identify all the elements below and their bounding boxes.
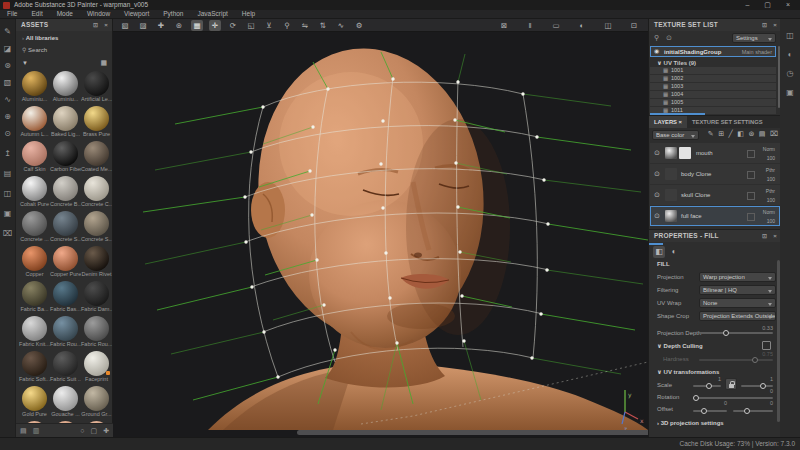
- popout-panel-icon[interactable]: ⊡: [93, 19, 98, 31]
- tab-texture-set-settings[interactable]: TEXTURE SET SETTINGS: [687, 116, 768, 128]
- mirror-tool-icon[interactable]: ⇋: [299, 20, 311, 31]
- layer-thumbnail[interactable]: [665, 210, 677, 222]
- eye-icon[interactable]: ⊙: [666, 34, 672, 42]
- menu-item[interactable]: File: [0, 10, 24, 18]
- layer-thumbnail[interactable]: [665, 189, 677, 201]
- close-tab-icon[interactable]: ×: [679, 119, 682, 125]
- shelf-list-icon[interactable]: ▥: [33, 427, 40, 435]
- tsl-settings-dropdown[interactable]: Settings: [732, 33, 776, 43]
- uv-transform-tool-icon[interactable]: ▨: [137, 20, 149, 31]
- blend-mode-dropdown[interactable]: Norm: [758, 209, 775, 215]
- hardness-slider[interactable]: [699, 356, 773, 363]
- clone-tool-icon[interactable]: ⊕: [2, 111, 14, 123]
- viewport-disable-icon[interactable]: ⊠: [498, 20, 510, 31]
- add-stamp-icon[interactable]: ⊞: [718, 130, 724, 138]
- log-icon[interactable]: ⌧: [2, 228, 14, 240]
- viewport-3d[interactable]: ▧▨✚⊛▦✛⟳◱⊻⚲⇋⇅∿⚙ ⊠‖▭◐◫⊡ Material: [113, 19, 648, 437]
- uv-tile-row[interactable]: ▦ 1001: [650, 67, 776, 74]
- material-thumbnail[interactable]: Aluminiu...: [50, 71, 81, 104]
- tab-layers[interactable]: LAYERS ×: [649, 116, 687, 128]
- tab-shader-properties[interactable]: ◐: [668, 246, 680, 258]
- visibility-eye-icon[interactable]: ⊙: [654, 191, 660, 199]
- offset-slider-2[interactable]: [733, 407, 773, 414]
- close-button[interactable]: ×: [786, 0, 790, 10]
- material-thumbnail[interactable]: Concrete ...: [19, 211, 50, 244]
- material-thumbnail[interactable]: Copper: [19, 246, 50, 279]
- uv-tile-row[interactable]: ▦ 1003: [650, 83, 776, 90]
- layer-row[interactable]: ⊙ skull Clone Pthr 100: [650, 185, 780, 205]
- material-thumbnail[interactable]: Cobalt Pure: [19, 176, 50, 209]
- material-thumbnail[interactable]: Fabric Rou...: [81, 316, 112, 349]
- layer-effect-box[interactable]: [747, 150, 755, 158]
- move-tool-icon[interactable]: ✛: [209, 20, 221, 31]
- minimize-button[interactable]: –: [745, 0, 749, 10]
- search-icon[interactable]: ⚲: [654, 34, 659, 42]
- add-paint-layer-icon[interactable]: ╱: [729, 130, 733, 138]
- material-thumbnail[interactable]: Concrete S...: [50, 211, 81, 244]
- add-effect-icon[interactable]: ✎: [708, 130, 714, 138]
- grid-view-icon[interactable]: ▦: [100, 57, 107, 69]
- rotate-tool-icon[interactable]: ⟳: [227, 20, 239, 31]
- uv-tiles-group[interactable]: ∨ UV Tiles (9): [657, 59, 696, 66]
- blend-mode-dropdown[interactable]: Pthr: [758, 188, 775, 194]
- opacity-dropdown[interactable]: 100: [758, 218, 775, 224]
- symmetry-tool-icon[interactable]: ⇅: [317, 20, 329, 31]
- add-smart-material-icon[interactable]: ⊛: [748, 130, 754, 138]
- property-dropdown[interactable]: Bilinear | HQ: [699, 285, 776, 295]
- log-panel-icon[interactable]: ▣: [786, 88, 794, 98]
- shelf-view-icon[interactable]: ▤: [20, 427, 27, 435]
- material-thumbnail[interactable]: Fabric Suit ...: [50, 351, 81, 384]
- material-thumbnail[interactable]: Autumn L...: [19, 106, 50, 139]
- property-dropdown[interactable]: None: [699, 298, 776, 308]
- uv-tile-row[interactable]: ▦ 1005: [650, 99, 776, 106]
- blend-mode-dropdown[interactable]: Norm: [758, 146, 775, 152]
- visibility-eye-icon[interactable]: ⊙: [654, 170, 660, 178]
- material-thumbnail[interactable]: Artificial Le...: [81, 71, 112, 104]
- pivot-tool-icon[interactable]: ⊻: [263, 20, 275, 31]
- texture-set-row[interactable]: ◉ initialShadingGroup Main shader: [650, 46, 776, 57]
- material-thumbnail[interactable]: Fabric Bas...: [50, 281, 81, 314]
- property-dropdown[interactable]: Projection Extends Outside Shape: [699, 311, 776, 321]
- property-dropdown[interactable]: Warp projection: [699, 272, 776, 282]
- layer-effect-box[interactable]: [747, 171, 755, 179]
- visibility-eye-icon[interactable]: ⊙: [654, 212, 660, 220]
- visibility-eye-icon[interactable]: ⊙: [654, 149, 660, 157]
- resources-icon[interactable]: ▤: [2, 168, 14, 180]
- material-thumbnail[interactable]: Gouache ...: [50, 386, 81, 419]
- asset-search-input[interactable]: ⚲ Search: [16, 45, 112, 55]
- material-thumbnail[interactable]: Concrete B...: [50, 176, 81, 209]
- layer-row[interactable]: ⊙ body Clone Pthr 100: [650, 164, 780, 184]
- material-thumbnail[interactable]: Baked Lig...: [50, 106, 81, 139]
- add-folder-icon[interactable]: ▤: [759, 130, 766, 138]
- material-thumbnail[interactable]: Concrete C...: [81, 176, 112, 209]
- opacity-dropdown[interactable]: 100: [758, 197, 775, 203]
- warp-settings-icon[interactable]: ⊛: [173, 20, 185, 31]
- material-thumbnail[interactable]: Concrete S...: [81, 211, 112, 244]
- open-folder-icon[interactable]: ▢: [91, 427, 98, 435]
- lattice-grid-icon[interactable]: ▦: [191, 20, 203, 31]
- material-thumbnail[interactable]: Faceprint: [81, 351, 112, 384]
- layer-thumbnail[interactable]: [665, 168, 677, 180]
- menu-item[interactable]: Viewport: [117, 10, 156, 18]
- add-fill-layer-icon[interactable]: ◧: [737, 130, 744, 138]
- material-thumbnail[interactable]: Copper Pure: [50, 246, 81, 279]
- material-thumbnail[interactable]: Aluminiu...: [19, 71, 50, 104]
- display-settings-panel-icon[interactable]: ◫: [786, 31, 794, 41]
- material-thumbnail[interactable]: Denim Rivet: [81, 246, 112, 279]
- library-selector[interactable]: › All libraries: [16, 33, 112, 43]
- shader-settings-panel-icon[interactable]: ◐: [788, 50, 793, 60]
- filter-icon[interactable]: ▼: [22, 60, 28, 66]
- maximize-button[interactable]: ▢: [764, 0, 771, 10]
- layer-effect-box[interactable]: [747, 192, 755, 200]
- menu-item[interactable]: Help: [235, 10, 262, 18]
- perspective-view-icon[interactable]: ▭: [550, 20, 562, 31]
- material-thumbnail[interactable]: Gold Pure: [19, 386, 50, 419]
- projection-settings-section[interactable]: › 3D projection settings: [657, 420, 724, 426]
- viewport-scrollbar[interactable]: [297, 430, 697, 435]
- polygon-fill-tool-icon[interactable]: ▧: [2, 77, 14, 89]
- close-panel-icon[interactable]: ×: [773, 19, 777, 31]
- viewport-gear-icon[interactable]: ⚙: [353, 20, 365, 31]
- eraser-tool-icon[interactable]: ◪: [2, 43, 14, 55]
- layer-row[interactable]: ⊙ full face Norm 100: [650, 206, 780, 226]
- history-panel-icon[interactable]: ◷: [787, 69, 794, 79]
